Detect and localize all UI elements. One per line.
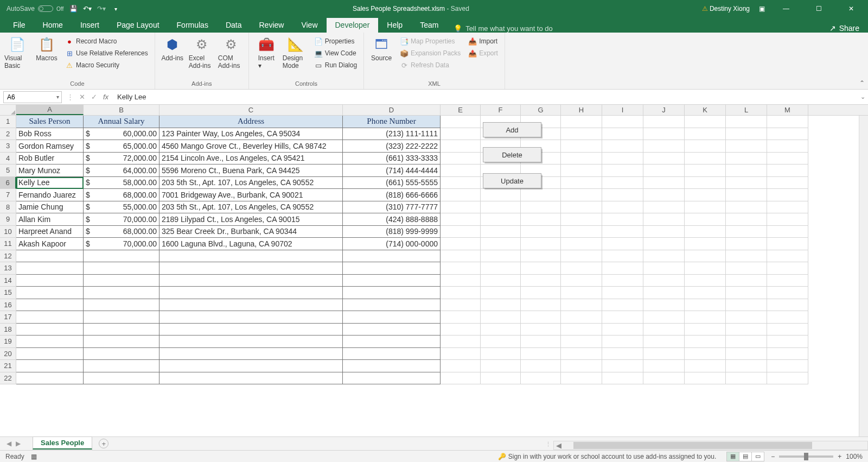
cell[interactable] <box>726 177 767 189</box>
cell[interactable] <box>767 348 808 360</box>
cell[interactable] <box>685 348 726 360</box>
row-header[interactable]: 1 <box>0 116 16 128</box>
minimize-button[interactable]: — <box>774 0 799 17</box>
cell[interactable] <box>16 336 84 348</box>
vertical-scrollbar[interactable] <box>859 116 868 436</box>
cell[interactable] <box>602 213 643 226</box>
cell[interactable] <box>767 189 808 201</box>
cell[interactable] <box>84 262 159 275</box>
cell[interactable] <box>561 372 602 385</box>
cell[interactable] <box>643 287 685 299</box>
column-header[interactable]: I <box>602 105 643 115</box>
xml-export-button[interactable]: 📤Export <box>466 48 500 59</box>
cell[interactable] <box>441 250 481 263</box>
cell[interactable]: 2154 Lincoln Ave., Los Angeles, CA 95421 <box>159 153 343 165</box>
map-properties-button[interactable]: 📑Map Properties <box>398 36 463 47</box>
record-macro-button[interactable]: ●Record Macro <box>63 36 150 47</box>
cell[interactable] <box>343 262 441 275</box>
cell[interactable]: 1600 Laguna Blvd., Laguna, CA 90702 <box>159 238 343 250</box>
cell[interactable] <box>481 336 521 348</box>
cell[interactable] <box>16 299 84 312</box>
cell[interactable] <box>685 116 726 128</box>
cell[interactable]: Fernando Juarez <box>16 189 84 201</box>
cell[interactable] <box>685 336 726 348</box>
cell[interactable] <box>343 287 441 299</box>
cell[interactable] <box>726 153 767 165</box>
tab-developer[interactable]: Developer <box>327 18 379 33</box>
cell[interactable] <box>521 189 561 201</box>
use-relative-references-button[interactable]: ⊞Use Relative References <box>63 48 150 59</box>
cell[interactable] <box>602 164 643 177</box>
cell[interactable] <box>481 360 521 372</box>
cell[interactable]: (661) 555-5555 <box>343 177 441 189</box>
row-header[interactable]: 11 <box>0 238 16 250</box>
cell[interactable] <box>726 116 767 128</box>
cell[interactable] <box>767 250 808 263</box>
cell[interactable]: Harpreet Anand <box>16 226 84 238</box>
row-header[interactable]: 13 <box>0 262 16 275</box>
cell[interactable] <box>481 348 521 360</box>
cell[interactable] <box>521 250 561 263</box>
cell[interactable] <box>159 311 343 324</box>
cell[interactable] <box>643 336 685 348</box>
cell[interactable]: (661) 333-3333 <box>343 153 441 165</box>
cell[interactable] <box>561 164 602 177</box>
cell[interactable] <box>726 213 767 226</box>
cell[interactable] <box>481 238 521 250</box>
cell[interactable] <box>602 250 643 263</box>
cell[interactable] <box>767 153 808 165</box>
cell[interactable] <box>561 336 602 348</box>
cell[interactable] <box>561 275 602 287</box>
cell[interactable] <box>685 164 726 177</box>
cell[interactable] <box>767 275 808 287</box>
column-header[interactable]: D <box>343 105 441 115</box>
cell[interactable]: $72,000.00 <box>84 153 159 165</box>
cell[interactable] <box>643 226 685 238</box>
cancel-formula-icon[interactable]: ✕ <box>76 93 88 101</box>
close-button[interactable]: ✕ <box>839 0 864 17</box>
cell[interactable] <box>643 201 685 214</box>
tab-home[interactable]: Home <box>34 18 72 33</box>
cell[interactable] <box>767 372 808 385</box>
cell[interactable]: (424) 888-8888 <box>343 213 441 226</box>
cell[interactable] <box>561 213 602 226</box>
cell[interactable] <box>441 275 481 287</box>
row-header[interactable]: 7 <box>0 189 16 201</box>
row-header[interactable]: 8 <box>0 201 16 214</box>
cell[interactable] <box>726 348 767 360</box>
formula-content[interactable]: Kelly Lee <box>112 93 857 101</box>
cell[interactable]: Mary Munoz <box>16 164 84 177</box>
cell[interactable]: 325 Bear Creek Dr., Burbank, CA 90344 <box>159 226 343 238</box>
cell[interactable] <box>521 360 561 372</box>
refresh-data-button[interactable]: ⟳Refresh Data <box>398 60 463 71</box>
view-normal-icon[interactable]: ▦ <box>726 452 739 461</box>
tab-team[interactable]: Team <box>411 18 447 33</box>
cell[interactable] <box>767 177 808 189</box>
cell[interactable] <box>726 250 767 263</box>
cell[interactable] <box>441 336 481 348</box>
cell[interactable] <box>441 140 481 153</box>
cell[interactable] <box>521 275 561 287</box>
qat-customize-icon[interactable]: ▾ <box>111 4 120 13</box>
cell[interactable] <box>602 238 643 250</box>
delete-button[interactable]: Delete <box>483 147 541 162</box>
cell[interactable] <box>441 164 481 177</box>
cell[interactable] <box>643 250 685 263</box>
row-header[interactable]: 12 <box>0 250 16 263</box>
cell[interactable] <box>481 275 521 287</box>
column-header[interactable]: J <box>643 105 685 115</box>
cell[interactable] <box>441 348 481 360</box>
cell[interactable] <box>602 128 643 141</box>
tab-nav-prev-icon[interactable]: ◀ <box>7 440 11 447</box>
view-page-break-icon[interactable]: ▭ <box>751 452 764 461</box>
cell[interactable]: 5596 Moreno Ct., Buena Park, CA 94425 <box>159 164 343 177</box>
cell[interactable] <box>685 262 726 275</box>
column-header[interactable]: M <box>767 105 808 115</box>
cell[interactable] <box>643 299 685 312</box>
cell[interactable] <box>16 348 84 360</box>
cell[interactable] <box>602 177 643 189</box>
row-header[interactable]: 2 <box>0 128 16 141</box>
cell[interactable] <box>84 275 159 287</box>
column-header[interactable]: K <box>685 105 726 115</box>
cell[interactable] <box>643 238 685 250</box>
